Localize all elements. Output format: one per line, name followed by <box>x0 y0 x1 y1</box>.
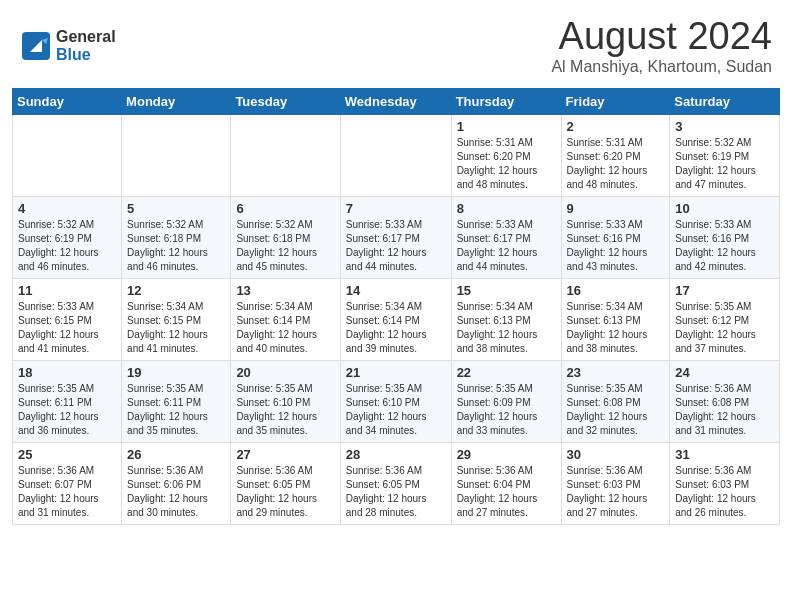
calendar-cell: 1Sunrise: 5:31 AM Sunset: 6:20 PM Daylig… <box>451 114 561 196</box>
day-info: Sunrise: 5:32 AM Sunset: 6:18 PM Dayligh… <box>236 218 334 274</box>
calendar-cell: 31Sunrise: 5:36 AM Sunset: 6:03 PM Dayli… <box>670 442 780 524</box>
day-number: 10 <box>675 201 774 216</box>
calendar-cell: 4Sunrise: 5:32 AM Sunset: 6:19 PM Daylig… <box>13 196 122 278</box>
day-number: 4 <box>18 201 116 216</box>
day-info: Sunrise: 5:36 AM Sunset: 6:03 PM Dayligh… <box>675 464 774 520</box>
day-number: 29 <box>457 447 556 462</box>
day-number: 11 <box>18 283 116 298</box>
day-info: Sunrise: 5:33 AM Sunset: 6:16 PM Dayligh… <box>567 218 665 274</box>
day-info: Sunrise: 5:31 AM Sunset: 6:20 PM Dayligh… <box>457 136 556 192</box>
calendar-cell: 11Sunrise: 5:33 AM Sunset: 6:15 PM Dayli… <box>13 278 122 360</box>
day-of-week-header: Thursday <box>451 88 561 114</box>
calendar-cell: 20Sunrise: 5:35 AM Sunset: 6:10 PM Dayli… <box>231 360 340 442</box>
day-number: 13 <box>236 283 334 298</box>
day-number: 24 <box>675 365 774 380</box>
day-number: 5 <box>127 201 225 216</box>
day-number: 21 <box>346 365 446 380</box>
day-info: Sunrise: 5:35 AM Sunset: 6:10 PM Dayligh… <box>236 382 334 438</box>
day-number: 27 <box>236 447 334 462</box>
calendar-cell: 9Sunrise: 5:33 AM Sunset: 6:16 PM Daylig… <box>561 196 670 278</box>
calendar-cell: 30Sunrise: 5:36 AM Sunset: 6:03 PM Dayli… <box>561 442 670 524</box>
calendar-cell: 28Sunrise: 5:36 AM Sunset: 6:05 PM Dayli… <box>340 442 451 524</box>
calendar-cell: 17Sunrise: 5:35 AM Sunset: 6:12 PM Dayli… <box>670 278 780 360</box>
day-of-week-header: Friday <box>561 88 670 114</box>
calendar-week-row: 11Sunrise: 5:33 AM Sunset: 6:15 PM Dayli… <box>13 278 780 360</box>
logo-icon <box>20 30 52 62</box>
day-info: Sunrise: 5:35 AM Sunset: 6:08 PM Dayligh… <box>567 382 665 438</box>
day-info: Sunrise: 5:33 AM Sunset: 6:16 PM Dayligh… <box>675 218 774 274</box>
calendar: SundayMondayTuesdayWednesdayThursdayFrid… <box>12 88 780 525</box>
calendar-week-row: 4Sunrise: 5:32 AM Sunset: 6:19 PM Daylig… <box>13 196 780 278</box>
calendar-cell: 14Sunrise: 5:34 AM Sunset: 6:14 PM Dayli… <box>340 278 451 360</box>
day-of-week-header: Monday <box>122 88 231 114</box>
day-number: 7 <box>346 201 446 216</box>
day-number: 18 <box>18 365 116 380</box>
header: General Blue August 2024 Al Manshiya, Kh… <box>0 0 792 80</box>
day-number: 15 <box>457 283 556 298</box>
day-info: Sunrise: 5:35 AM Sunset: 6:09 PM Dayligh… <box>457 382 556 438</box>
calendar-cell: 6Sunrise: 5:32 AM Sunset: 6:18 PM Daylig… <box>231 196 340 278</box>
calendar-cell <box>340 114 451 196</box>
day-number: 14 <box>346 283 446 298</box>
day-info: Sunrise: 5:32 AM Sunset: 6:19 PM Dayligh… <box>18 218 116 274</box>
calendar-cell: 12Sunrise: 5:34 AM Sunset: 6:15 PM Dayli… <box>122 278 231 360</box>
day-number: 1 <box>457 119 556 134</box>
day-number: 16 <box>567 283 665 298</box>
calendar-cell <box>231 114 340 196</box>
calendar-cell: 24Sunrise: 5:36 AM Sunset: 6:08 PM Dayli… <box>670 360 780 442</box>
calendar-cell: 3Sunrise: 5:32 AM Sunset: 6:19 PM Daylig… <box>670 114 780 196</box>
day-number: 26 <box>127 447 225 462</box>
day-info: Sunrise: 5:36 AM Sunset: 6:05 PM Dayligh… <box>346 464 446 520</box>
day-number: 9 <box>567 201 665 216</box>
day-info: Sunrise: 5:35 AM Sunset: 6:11 PM Dayligh… <box>127 382 225 438</box>
day-number: 30 <box>567 447 665 462</box>
location: Al Manshiya, Khartoum, Sudan <box>551 58 772 76</box>
day-info: Sunrise: 5:36 AM Sunset: 6:08 PM Dayligh… <box>675 382 774 438</box>
day-number: 8 <box>457 201 556 216</box>
calendar-week-row: 25Sunrise: 5:36 AM Sunset: 6:07 PM Dayli… <box>13 442 780 524</box>
calendar-cell: 5Sunrise: 5:32 AM Sunset: 6:18 PM Daylig… <box>122 196 231 278</box>
day-info: Sunrise: 5:33 AM Sunset: 6:15 PM Dayligh… <box>18 300 116 356</box>
calendar-cell: 26Sunrise: 5:36 AM Sunset: 6:06 PM Dayli… <box>122 442 231 524</box>
day-info: Sunrise: 5:33 AM Sunset: 6:17 PM Dayligh… <box>457 218 556 274</box>
day-number: 6 <box>236 201 334 216</box>
day-number: 31 <box>675 447 774 462</box>
day-info: Sunrise: 5:36 AM Sunset: 6:06 PM Dayligh… <box>127 464 225 520</box>
day-number: 28 <box>346 447 446 462</box>
logo: General Blue <box>20 28 116 63</box>
day-info: Sunrise: 5:34 AM Sunset: 6:14 PM Dayligh… <box>236 300 334 356</box>
day-number: 22 <box>457 365 556 380</box>
day-info: Sunrise: 5:36 AM Sunset: 6:04 PM Dayligh… <box>457 464 556 520</box>
day-info: Sunrise: 5:35 AM Sunset: 6:12 PM Dayligh… <box>675 300 774 356</box>
calendar-cell: 7Sunrise: 5:33 AM Sunset: 6:17 PM Daylig… <box>340 196 451 278</box>
title-area: August 2024 Al Manshiya, Khartoum, Sudan <box>551 16 772 76</box>
calendar-cell: 27Sunrise: 5:36 AM Sunset: 6:05 PM Dayli… <box>231 442 340 524</box>
day-of-week-header: Sunday <box>13 88 122 114</box>
calendar-week-row: 1Sunrise: 5:31 AM Sunset: 6:20 PM Daylig… <box>13 114 780 196</box>
day-of-week-header: Tuesday <box>231 88 340 114</box>
calendar-cell <box>13 114 122 196</box>
day-number: 17 <box>675 283 774 298</box>
day-number: 2 <box>567 119 665 134</box>
day-of-week-header: Saturday <box>670 88 780 114</box>
calendar-cell: 18Sunrise: 5:35 AM Sunset: 6:11 PM Dayli… <box>13 360 122 442</box>
calendar-cell: 16Sunrise: 5:34 AM Sunset: 6:13 PM Dayli… <box>561 278 670 360</box>
day-info: Sunrise: 5:36 AM Sunset: 6:05 PM Dayligh… <box>236 464 334 520</box>
day-info: Sunrise: 5:35 AM Sunset: 6:10 PM Dayligh… <box>346 382 446 438</box>
day-info: Sunrise: 5:34 AM Sunset: 6:15 PM Dayligh… <box>127 300 225 356</box>
calendar-cell: 23Sunrise: 5:35 AM Sunset: 6:08 PM Dayli… <box>561 360 670 442</box>
calendar-cell: 29Sunrise: 5:36 AM Sunset: 6:04 PM Dayli… <box>451 442 561 524</box>
month-year: August 2024 <box>551 16 772 58</box>
day-number: 23 <box>567 365 665 380</box>
calendar-cell: 19Sunrise: 5:35 AM Sunset: 6:11 PM Dayli… <box>122 360 231 442</box>
day-number: 12 <box>127 283 225 298</box>
calendar-cell <box>122 114 231 196</box>
calendar-cell: 21Sunrise: 5:35 AM Sunset: 6:10 PM Dayli… <box>340 360 451 442</box>
day-of-week-header: Wednesday <box>340 88 451 114</box>
logo-general: General <box>56 28 116 46</box>
day-info: Sunrise: 5:36 AM Sunset: 6:07 PM Dayligh… <box>18 464 116 520</box>
calendar-cell: 15Sunrise: 5:34 AM Sunset: 6:13 PM Dayli… <box>451 278 561 360</box>
calendar-cell: 22Sunrise: 5:35 AM Sunset: 6:09 PM Dayli… <box>451 360 561 442</box>
calendar-header-row: SundayMondayTuesdayWednesdayThursdayFrid… <box>13 88 780 114</box>
day-info: Sunrise: 5:31 AM Sunset: 6:20 PM Dayligh… <box>567 136 665 192</box>
